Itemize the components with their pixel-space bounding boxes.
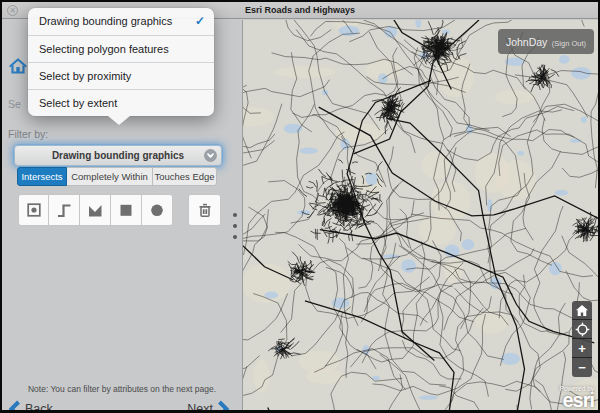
map-home-button[interactable]	[572, 301, 592, 320]
basemap-roads	[243, 20, 598, 410]
back-button[interactable]: Back	[8, 400, 53, 413]
esri-attribution: Powered by esri	[560, 385, 594, 409]
menu-item-select-by-proximity[interactable]: Select by proximity	[28, 62, 214, 89]
chevron-left-icon	[8, 400, 21, 413]
home-icon	[8, 56, 28, 76]
map-controls: + −	[572, 301, 592, 377]
spatial-relation-segmented-control: Intersects Completely Within Touches Edg…	[17, 167, 217, 186]
polyline-icon	[55, 201, 73, 219]
checkmark-icon: ✓	[195, 8, 205, 35]
close-icon[interactable]: ✕	[7, 5, 18, 16]
clear-graphics-button[interactable]	[188, 194, 221, 226]
polyline-tool-button[interactable]	[49, 194, 80, 226]
selection-method-menu: Drawing bounding graphics ✓ Selecting po…	[28, 8, 214, 116]
panel-resize-handle[interactable]	[233, 213, 237, 246]
circle-icon	[148, 201, 166, 219]
sign-out-link[interactable]: (Sign Out)	[552, 39, 586, 48]
touches-edge-button[interactable]: Touches Edge	[153, 167, 217, 186]
home-extent-icon	[575, 304, 589, 317]
trash-icon	[196, 201, 214, 219]
chevron-down-icon	[204, 149, 217, 162]
draw-tools-toolbar	[18, 194, 173, 226]
zoom-in-button[interactable]: +	[572, 339, 592, 358]
polygon-icon	[86, 201, 104, 219]
filter-by-label: Filter by:	[8, 128, 48, 140]
popup-caret	[108, 116, 130, 125]
filter-method-select[interactable]: Drawing bounding graphics	[14, 145, 222, 166]
locate-icon	[575, 322, 590, 337]
user-menu[interactable]: JohnDay (Sign Out)	[498, 29, 594, 54]
point-tool-button[interactable]	[18, 194, 49, 226]
zoom-out-button[interactable]: −	[572, 358, 592, 377]
locate-button[interactable]	[572, 320, 592, 339]
filter-method-value: Drawing bounding graphics	[52, 150, 184, 161]
polygon-tool-button[interactable]	[80, 194, 111, 226]
menu-item-select-by-extent[interactable]: Select by extent	[28, 89, 214, 116]
note-text: Note: You can filter by attributes on th…	[2, 384, 242, 394]
chevron-right-icon	[217, 400, 230, 413]
esri-logo: esri	[560, 392, 594, 409]
next-button[interactable]: Next	[187, 400, 230, 413]
powered-by-label: Powered by	[560, 385, 594, 392]
intersects-button[interactable]: Intersects	[17, 167, 67, 186]
menu-item-selecting-polygon-features[interactable]: Selecting polygon features	[28, 35, 214, 62]
rectangle-tool-button[interactable]	[111, 194, 142, 226]
circle-tool-button[interactable]	[142, 194, 173, 226]
point-icon	[25, 201, 43, 219]
map-canvas[interactable]: JohnDay (Sign Out) + − Powered by esri	[242, 20, 598, 410]
menu-item-drawing-bounding-graphics[interactable]: Drawing bounding graphics ✓	[28, 8, 214, 35]
user-name: JohnDay	[506, 36, 547, 48]
completely-within-button[interactable]: Completely Within	[67, 167, 153, 186]
select-label-truncated: Se	[8, 98, 21, 110]
rectangle-icon	[117, 201, 135, 219]
app-window: ✕ Esri Roads and Highways Mileage Report…	[0, 0, 600, 413]
